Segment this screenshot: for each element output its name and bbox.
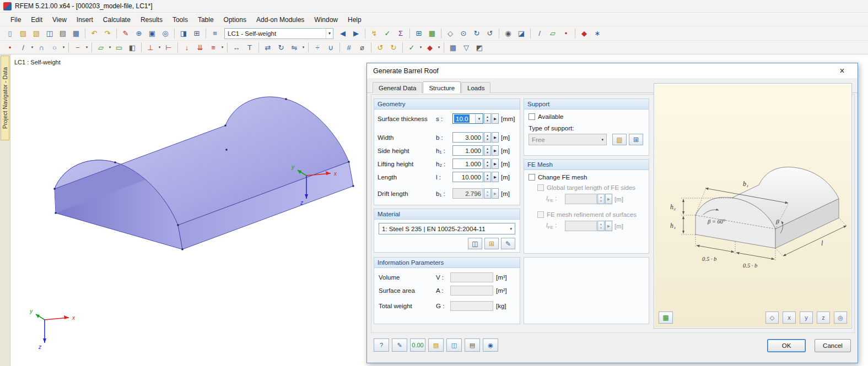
copy-to-clipboard-button[interactable]: ▤ [465, 338, 480, 352]
measure-icon[interactable]: ø [356, 42, 368, 53]
surface-load-icon[interactable]: ≡ [207, 42, 219, 53]
available-checkbox[interactable] [529, 113, 535, 120]
isometric-view-button[interactable]: ◇ [765, 312, 779, 324]
length-spinner[interactable]: ▲▼ [484, 172, 491, 182]
edit-pen-icon[interactable]: ✎ [120, 28, 132, 39]
menu-insert[interactable]: Insert [72, 14, 98, 25]
material-combobox[interactable]: 1: Steel S 235 | EN 10025-2:2004-11 ▾ [379, 223, 515, 234]
line-icon[interactable]: / [17, 42, 29, 53]
move-copy-icon[interactable]: ⇄ [262, 42, 274, 53]
barrel-roof-model[interactable]: x y z x y z [10, 54, 374, 363]
connect-lines-icon[interactable]: ∪ [325, 42, 337, 53]
dimension-icon[interactable]: ↔ [230, 42, 242, 53]
save-parameters-button[interactable]: ◫ [446, 338, 462, 352]
support-tools-caret-icon[interactable]: ▾ [157, 42, 162, 53]
edit-tools-caret-icon[interactable]: ▾ [301, 42, 306, 53]
surface-thickness-param-button[interactable]: ▶ [492, 113, 499, 124]
width-input[interactable]: 3.000 [452, 132, 483, 143]
dropdown-caret-icon[interactable]: ▾ [508, 227, 512, 231]
new-file-icon[interactable]: ▯ [4, 28, 16, 39]
rotate-view-icon[interactable]: ↻ [471, 28, 483, 39]
zoom-detail-button[interactable]: ◎ [834, 312, 847, 324]
display-properties-icon[interactable]: ◩ [473, 42, 486, 53]
surface-thickness-input[interactable]: 10.0 ▾ [452, 113, 483, 124]
menu-help[interactable]: Help [343, 14, 366, 25]
visibility-states-icon[interactable]: ◉ [502, 28, 514, 39]
menu-options[interactable]: Options [219, 14, 251, 25]
menu-calculate[interactable]: Calculate [98, 14, 136, 25]
menu-view[interactable]: View [47, 14, 72, 25]
lifting-height-spinner[interactable]: ▲▼ [484, 159, 491, 169]
new-member-icon[interactable]: / [533, 28, 546, 39]
surface-tools-caret-icon[interactable]: ▾ [107, 42, 112, 53]
material-library-button[interactable]: ◫ [468, 238, 482, 249]
model-check-icon[interactable]: ✓ [406, 42, 418, 53]
zoom-window-icon[interactable]: ▣ [146, 28, 158, 39]
circle-icon[interactable]: ○ [48, 42, 61, 53]
load-tools-caret-icon[interactable]: ▾ [220, 42, 225, 53]
generate-tools-caret-icon[interactable]: ▾ [436, 42, 441, 53]
menu-addon-modules[interactable]: Add-on Modules [251, 14, 309, 25]
new-material-button[interactable]: ⊞ [484, 238, 499, 249]
node-icon[interactable]: • [4, 42, 16, 53]
renumber-icon[interactable]: # [343, 42, 355, 53]
menu-tools[interactable]: Tools [168, 14, 193, 25]
check-data-icon[interactable]: ✓ [381, 28, 393, 39]
tab-loads[interactable]: Loads [461, 82, 490, 93]
next-load-case-icon[interactable]: ▶ [350, 28, 362, 39]
previous-view-icon[interactable]: ↺ [484, 28, 496, 39]
render-view-icon[interactable]: ◎ [159, 28, 171, 39]
width-param-button[interactable]: ▶ [492, 132, 499, 143]
length-input[interactable]: 10.000 [452, 172, 483, 182]
line-support-icon[interactable]: ⊢ [163, 42, 175, 53]
print-icon[interactable]: ▤ [57, 28, 69, 39]
cancel-button[interactable]: Cancel [815, 339, 851, 352]
lifting-height-input[interactable]: 1.000 [452, 159, 483, 169]
length-param-button[interactable]: ▶ [492, 172, 499, 182]
fe-mesh-icon[interactable]: ⊞ [413, 28, 425, 39]
title-bar[interactable]: RFEM 5.21.00 x64 - [000203_model-file, L… [0, 0, 868, 13]
ok-button[interactable]: OK [767, 339, 806, 352]
section-plane-icon[interactable]: ◪ [515, 28, 527, 39]
save-icon[interactable]: ◫ [44, 28, 56, 39]
tab-structure[interactable]: Structure [423, 81, 461, 93]
redo-icon[interactable]: ↷ [101, 28, 114, 39]
add-on-modules-icon[interactable]: ◆ [578, 28, 590, 39]
view-in-y-button[interactable]: y [800, 312, 813, 324]
surface-icon[interactable]: ▱ [95, 42, 107, 53]
dialog-title-bar[interactable]: Generate Barrel Roof × [367, 63, 858, 78]
undo-icon[interactable]: ↶ [88, 28, 100, 39]
navigator-panel-icon[interactable]: ◨ [177, 28, 190, 39]
save-picture-button[interactable]: ▦ [659, 312, 673, 324]
close-icon[interactable]: × [833, 63, 851, 78]
member-tools-caret-icon[interactable]: ▾ [84, 42, 89, 53]
load-case-icon[interactable]: ≡ [209, 28, 221, 39]
view-in-z-button[interactable]: z [817, 312, 830, 324]
tab-general-data[interactable]: General Data [373, 82, 422, 93]
arc-icon[interactable]: ∩ [35, 42, 47, 53]
solid-icon[interactable]: ◧ [126, 42, 138, 53]
mirror-icon[interactable]: ⇋ [288, 42, 300, 53]
filter-icon[interactable]: ▽ [460, 42, 472, 53]
curve-tools-caret-icon[interactable]: ▾ [61, 42, 66, 53]
undo-view-icon[interactable]: ↺ [374, 42, 386, 53]
zoom-in-icon[interactable]: ⊕ [133, 28, 145, 39]
load-case-combobox[interactable]: LC1 - Self-weight ▾ [224, 28, 333, 39]
open-project-icon[interactable]: ▧ [30, 28, 42, 39]
redo-view-icon[interactable]: ↻ [387, 42, 400, 53]
change-fe-mesh-checkbox[interactable] [529, 174, 535, 181]
edit-material-button[interactable]: ✎ [501, 238, 515, 249]
decimal-places-button[interactable]: 0.00 [410, 338, 425, 352]
generate-model-icon[interactable]: ◆ [424, 42, 436, 53]
line-tools-caret-icon[interactable]: ▾ [30, 42, 35, 53]
printout-report-icon[interactable]: ▦ [70, 28, 82, 39]
new-surface-icon[interactable]: ▱ [547, 28, 559, 39]
side-height-input[interactable]: 1.000 [452, 145, 483, 156]
calculate-all-icon[interactable]: ↯ [368, 28, 380, 39]
comment-icon[interactable]: T [244, 42, 256, 53]
table-view-icon[interactable]: ▦ [447, 42, 459, 53]
previous-load-case-icon[interactable]: ◀ [337, 28, 349, 39]
load-parameters-button[interactable]: ▨ [428, 338, 444, 352]
menu-edit[interactable]: Edit [26, 14, 47, 25]
new-node-icon[interactable]: • [560, 28, 572, 39]
